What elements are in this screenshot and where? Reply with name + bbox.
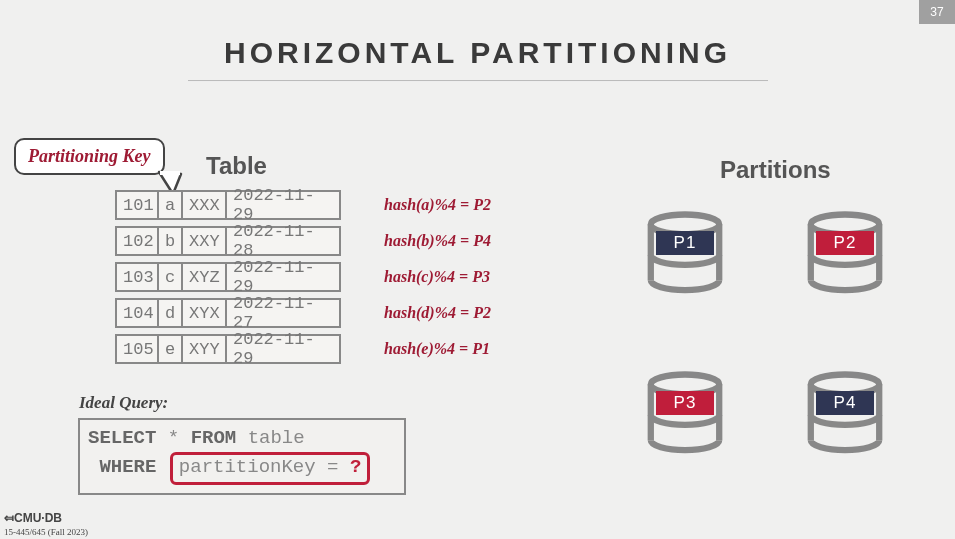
hash-annotation: hash(a)%4 = P2 (384, 196, 491, 214)
predicate-text: partitionKey = (179, 456, 339, 478)
hash-annotation: hash(b)%4 = P4 (384, 232, 491, 250)
cell-id: 104 (117, 300, 159, 326)
cell-id: 105 (117, 336, 159, 362)
slide-title: HORIZONTAL PARTITIONING (0, 36, 955, 70)
cell-date: 2022-11-29 (227, 264, 339, 290)
cell-key: d (159, 300, 183, 326)
cell-key: e (159, 336, 183, 362)
cell-key: a (159, 192, 183, 218)
db-icon-p4 (800, 370, 890, 460)
cell-date: 2022-11-29 (227, 336, 339, 362)
footer-course: 15-445/645 (Fall 2023) (4, 527, 88, 537)
cell-key: c (159, 264, 183, 290)
hash-annotation: hash(e)%4 = P1 (384, 340, 490, 358)
partition-label-p3: P3 (656, 391, 714, 415)
db-icon-p2 (800, 210, 890, 300)
table-row: 102 b XXY 2022-11-28 (115, 226, 341, 256)
db-icon-p1 (640, 210, 730, 300)
table-heading: Table (206, 152, 267, 180)
cell-val: XXY (183, 228, 227, 254)
partition-label-p4: P4 (816, 391, 874, 415)
query-star: * (168, 427, 179, 449)
data-table: 101 a XXX 2022-11-29 102 b XXY 2022-11-2… (115, 190, 341, 370)
cell-val: XYX (183, 300, 227, 326)
slide: 37 HORIZONTAL PARTITIONING Partitioning … (0, 0, 955, 539)
partition-label-p1: P1 (656, 231, 714, 255)
cell-val: XYZ (183, 264, 227, 290)
page-number: 37 (919, 0, 955, 24)
query-box: SELECT * FROM table WHERE partitionKey =… (78, 418, 406, 495)
hash-annotation: hash(c)%4 = P3 (384, 268, 490, 286)
db-icon-p3 (640, 370, 730, 460)
cell-val: XXX (183, 192, 227, 218)
partition-label-p2: P2 (816, 231, 874, 255)
query-table: table (248, 427, 305, 449)
cell-date: 2022-11-27 (227, 300, 339, 326)
table-row: 101 a XXX 2022-11-29 (115, 190, 341, 220)
partitions-heading: Partitions (720, 156, 831, 184)
hash-annotation: hash(d)%4 = P2 (384, 304, 491, 322)
cell-id: 102 (117, 228, 159, 254)
partitioning-key-callout: Partitioning Key (14, 138, 165, 175)
kw-from: FROM (191, 427, 237, 449)
cell-key: b (159, 228, 183, 254)
cell-id: 101 (117, 192, 159, 218)
cell-id: 103 (117, 264, 159, 290)
cell-date: 2022-11-29 (227, 192, 339, 218)
title-underline (188, 80, 768, 82)
kw-where: WHERE (99, 456, 156, 478)
table-row: 105 e XYY 2022-11-29 (115, 334, 341, 364)
table-row: 103 c XYZ 2022-11-29 (115, 262, 341, 292)
predicate-placeholder: ? (350, 456, 361, 478)
footer-logo: ⤆CMU·DB (4, 511, 62, 525)
predicate-highlight: partitionKey = ? (170, 452, 370, 486)
table-row: 104 d XYX 2022-11-27 (115, 298, 341, 328)
cell-date: 2022-11-28 (227, 228, 339, 254)
cell-val: XYY (183, 336, 227, 362)
kw-select: SELECT (88, 427, 156, 449)
ideal-query-label: Ideal Query: (79, 393, 168, 413)
